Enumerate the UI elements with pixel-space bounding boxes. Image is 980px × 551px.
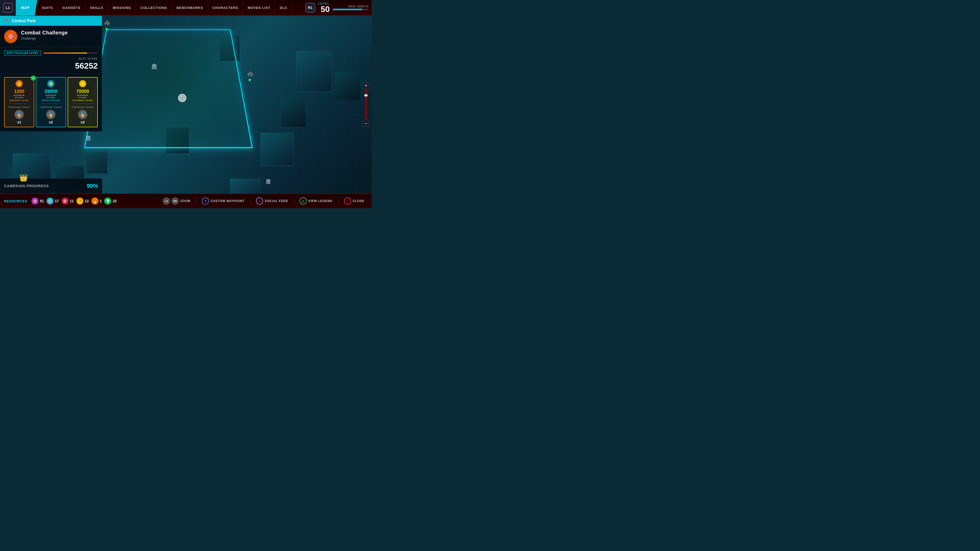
marker-top-left[interactable]: 🕷️ ▶ xyxy=(103,20,110,30)
top-navigation: L1 MAP SUITS GADGETS SKILLS MISSIONS COL… xyxy=(0,0,372,16)
campaign-label: CAMPAIGN PROGRESS xyxy=(4,184,49,188)
tier-amazing-level-label: AMAZING LEVEL xyxy=(9,99,29,102)
zoom-in-button[interactable]: + xyxy=(363,82,369,89)
building-marker-2: 🏛️ xyxy=(86,135,91,141)
location-name: Central Park xyxy=(12,19,36,23)
tab-benchmarks-label: BENCHMARKS xyxy=(177,6,203,10)
tier-spectacular-min-label: MINIMUM xyxy=(45,94,56,97)
resource-teal-icon: 🏛️ xyxy=(46,197,54,205)
resource-orange-count: 1 xyxy=(100,199,102,203)
tab-dlc[interactable]: DLC xyxy=(275,0,292,16)
social-feed-action[interactable]: ▪ SOCIAL FEED xyxy=(253,196,291,206)
player-marker: ⚙️ xyxy=(178,94,186,102)
park-highlight-border xyxy=(84,30,253,148)
resource-green-icon: 💎 xyxy=(104,197,111,205)
marker-combat-icon-2: 🕷️ xyxy=(247,71,254,78)
tier-amazing-icon: ⭐ xyxy=(16,80,23,87)
tier-spectacular: ⭐ 28000 MINIMUM SCORE SPECTACULAR Challe… xyxy=(36,77,66,127)
custom-waypoint-action[interactable]: ✕ CUSTOM WAYPOINT xyxy=(199,196,248,206)
tier-amazing-divider xyxy=(9,103,29,104)
view-legend-action[interactable]: △ VIEW LEGEND xyxy=(297,196,336,206)
best-score-value: 56252 xyxy=(4,61,98,71)
tier-spectacular-score-label: SCORE xyxy=(47,97,55,99)
tab-collections[interactable]: COLLECTIONS xyxy=(136,0,172,16)
nav-tabs-container: SUITS GADGETS SKILLS MISSIONS COLLECTION… xyxy=(37,0,292,16)
tab-collections-label: COLLECTIONS xyxy=(141,6,167,10)
tab-gadgets[interactable]: GADGETS xyxy=(58,0,85,16)
tab-dlc-label: DLC xyxy=(280,6,287,10)
tier-spectacular-level-label: SPECTACULAR xyxy=(42,99,60,102)
tab-characters-label: CHARACTERS xyxy=(213,6,239,10)
xp-fill xyxy=(333,9,363,10)
action-sep-2 xyxy=(250,197,250,205)
square-button[interactable]: ▪ xyxy=(256,197,263,205)
tier-amazing-score: 1200 xyxy=(14,89,24,94)
zoom-control: + − xyxy=(363,82,369,127)
triangle-button[interactable]: △ xyxy=(300,197,307,205)
xp-text: 20635 / 25000 XP xyxy=(333,5,369,8)
x-button[interactable]: ✕ xyxy=(202,197,209,205)
tier-amazing-token-icon: 🏅 xyxy=(14,110,24,119)
tier-ultimate: ⭐ 70000 MINIMUM SCORE ULTIMATE LEVEL Cha… xyxy=(68,77,98,127)
tab-map[interactable]: MAP xyxy=(16,0,35,16)
tier-ultimate-min-label: MINIMUM xyxy=(77,94,88,97)
bottom-actions: L2 R2 ZOOM ✕ CUSTOM WAYPOINT ▪ SOCIAL FE… xyxy=(160,196,368,206)
tab-suits[interactable]: SUITS xyxy=(37,0,58,16)
tier-spectacular-token-count: x2 xyxy=(49,120,53,124)
action-sep-1 xyxy=(196,197,196,205)
resource-yellow: ⚠️ 12 xyxy=(76,197,89,205)
zoom-action-label: ZOOM xyxy=(180,199,190,203)
resource-darkred: 🎯 11 xyxy=(62,197,74,205)
tab-missions[interactable]: MISSIONS xyxy=(108,0,136,16)
challenge-title: Combat Challenge xyxy=(21,30,68,36)
challenge-subtitle: Challenge xyxy=(21,37,68,40)
action-sep-3 xyxy=(294,197,294,205)
challenge-icon: 🎯 xyxy=(4,30,18,43)
building-marker-3: 🏛️ xyxy=(266,179,271,184)
tab-skills[interactable]: SKILLS xyxy=(86,0,108,16)
level-value: 50 xyxy=(318,5,330,13)
marker-arrow-green2: ▶ xyxy=(249,78,251,82)
l2-button[interactable]: L2 xyxy=(163,197,170,205)
r1-button[interactable]: R1 xyxy=(305,3,315,13)
bottom-bar: RESOURCES ⚡ 51 🏛️ 17 🎯 11 ⚠️ 12 🔥 1 💎 22… xyxy=(0,193,372,208)
best-score-label: BEST SCORE xyxy=(4,57,98,60)
location-bar: 📍 Central Park xyxy=(0,16,102,26)
resource-yellow-count: 12 xyxy=(85,199,89,203)
score-level-bar: SPECTACULAR LEVEL xyxy=(4,51,98,56)
tier-spectacular-divider xyxy=(41,103,61,104)
close-action[interactable]: ○ CLOSE xyxy=(341,196,368,206)
r2-button[interactable]: R2 xyxy=(172,197,179,205)
side-panel: 📍 Central Park 🎯 Combat Challenge Challe… xyxy=(0,16,102,131)
location-pin-icon: 📍 xyxy=(4,18,9,23)
tab-moves-list[interactable]: MOVES LIST xyxy=(243,0,275,16)
score-progress-bar xyxy=(44,52,98,54)
zoom-handle[interactable] xyxy=(364,94,368,97)
tier-amazing-token-count: x1 xyxy=(17,120,21,124)
marker-combat-icon: 🕷️ xyxy=(103,20,110,27)
resource-orange-icon: 🔥 xyxy=(91,197,99,205)
score-section: SPECTACULAR LEVEL BEST SCORE 56252 xyxy=(0,48,102,74)
xp-container: 20635 / 25000 XP xyxy=(333,5,369,10)
marker-right[interactable]: 🕷️ ▶ xyxy=(247,71,254,82)
tier-amazing-token-label: Challenge Tokens xyxy=(8,106,30,108)
l1-button[interactable]: L1 xyxy=(0,0,16,16)
tier-ultimate-score: 70000 xyxy=(76,89,89,94)
tab-moves-list-label: MOVES LIST xyxy=(248,6,270,10)
circle-button[interactable]: ○ xyxy=(344,197,351,205)
resource-purple-count: 51 xyxy=(40,199,44,203)
nav-right: R1 LEVEL 50 20635 / 25000 XP xyxy=(305,2,372,13)
tab-characters[interactable]: CHARACTERS xyxy=(208,0,243,16)
tier-ultimate-divider xyxy=(73,103,93,104)
action-sep-4 xyxy=(338,197,339,205)
tier-ultimate-level-label: ULTIMATE LEVEL xyxy=(72,99,93,102)
tab-skills-label: SKILLS xyxy=(90,6,103,10)
zoom-action[interactable]: L2 R2 ZOOM xyxy=(160,196,193,206)
resource-teal: 🏛️ 17 xyxy=(46,197,59,205)
tab-benchmarks[interactable]: BENCHMARKS xyxy=(172,0,208,16)
tier-spectacular-icon: ⭐ xyxy=(47,80,54,87)
zoom-control-wrapper: + − xyxy=(363,16,372,193)
zoom-out-button[interactable]: − xyxy=(363,120,369,127)
building-marker-1: 🏛️ xyxy=(151,63,158,69)
crown-icon-container: 👑 xyxy=(18,171,30,184)
